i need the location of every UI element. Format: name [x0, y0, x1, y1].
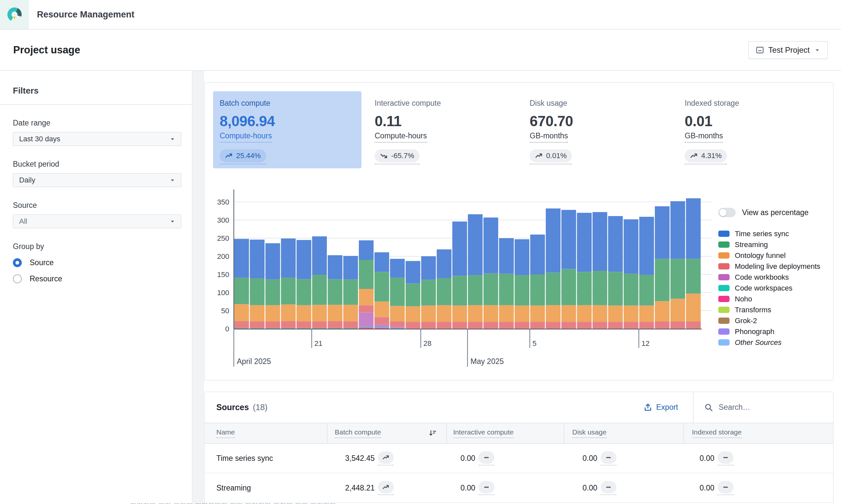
column-header-name[interactable]: Name	[205, 423, 327, 443]
filters-divider	[0, 104, 192, 105]
column-header-indexed-storage[interactable]: Indexed storage	[684, 423, 831, 443]
bar-segment	[593, 305, 607, 322]
legend-item-noho[interactable]: Noho	[718, 293, 827, 304]
legend-item-other-sources[interactable]: Other Sources	[718, 337, 827, 348]
bar-segment	[343, 256, 358, 280]
summary-card-disk-usage[interactable]: Disk usage670.70GB-months0.01%	[523, 91, 671, 168]
project-selector-label: Test Project	[769, 46, 810, 55]
bar-segment	[670, 259, 685, 299]
toggle-switch[interactable]	[718, 208, 736, 217]
bar-segment	[421, 256, 436, 280]
sources-panel: Sources (18) Export	[205, 392, 834, 504]
bar-segment	[515, 239, 529, 275]
search-input[interactable]	[719, 403, 818, 412]
date-range-label: Date range	[13, 119, 182, 127]
bucket-period-select[interactable]: Daily	[13, 173, 182, 187]
bar-segment	[530, 235, 545, 274]
summary-card-indexed-storage[interactable]: Indexed storage0.01GB-months4.31%	[678, 91, 826, 168]
legend-item-transforms[interactable]: Transforms	[718, 304, 827, 315]
bar-segment	[421, 306, 436, 322]
bar-segment	[577, 272, 592, 305]
bar-segment	[250, 278, 264, 305]
bar-segment	[374, 272, 389, 301]
bar-segment	[390, 328, 405, 329]
cell-value: 2,448.21	[327, 484, 375, 492]
sort-desc-indicator[interactable]	[428, 429, 437, 437]
table-row-streaming[interactable]: Streaming2,448.210.000.000.00	[205, 473, 833, 503]
column-header-interactive-compute[interactable]: Interactive compute	[447, 423, 564, 443]
bar-segment	[608, 306, 623, 322]
bar-segment	[577, 213, 592, 272]
x-axis-tick-label: 21	[314, 339, 322, 347]
cell-value: 0.00	[684, 484, 714, 492]
legend-label: Grok-2	[735, 317, 757, 325]
bar-segment	[515, 306, 529, 322]
card-change-value: 4.31%	[701, 151, 722, 160]
trending-up-icon	[225, 152, 233, 160]
bar-segment	[234, 278, 249, 304]
legend-item-time-series-sync[interactable]: Time series sync	[718, 228, 827, 239]
view-as-percentage-toggle[interactable]: View as percentage	[718, 208, 827, 217]
sources-count: (18)	[253, 402, 268, 412]
bar-segment	[499, 238, 514, 274]
bar-segment	[483, 322, 498, 329]
card-value: 0.01	[685, 113, 820, 129]
x-axis-tick-label: 28	[424, 339, 431, 347]
column-header-label: Name	[216, 428, 235, 438]
bar-segment	[499, 305, 514, 322]
sidebar-resize-gutter[interactable]	[192, 71, 204, 504]
legend-label: Modeling live deployments	[735, 262, 820, 271]
bar-segment	[359, 305, 374, 312]
group-by-radio-source[interactable]: Source	[13, 258, 182, 267]
bar-segment	[515, 322, 529, 329]
app-logo[interactable]	[0, 0, 29, 29]
bar-segment	[639, 217, 654, 275]
bar-segment	[686, 198, 701, 259]
page-header: Project usage Test Project	[0, 30, 841, 71]
card-label: Indexed storage	[685, 99, 820, 108]
bucket-period-value: Daily	[19, 176, 35, 184]
table-row-time-series-sync[interactable]: Time series sync3,542.450.000.000.00	[205, 444, 833, 473]
bar-segment	[343, 280, 358, 305]
legend-item-modeling-live-deployments[interactable]: Modeling live deployments	[718, 261, 827, 272]
export-button[interactable]: Export	[643, 403, 678, 412]
legend-item-code-workbooks[interactable]: Code workbooks	[718, 272, 827, 283]
legend-item-code-workspaces[interactable]: Code workspaces	[718, 283, 827, 293]
project-selector-button[interactable]: Test Project	[748, 41, 828, 59]
bar-segment	[421, 322, 436, 329]
legend-item-phonograph[interactable]: Phonograph	[718, 326, 827, 337]
bar-segment	[608, 272, 623, 305]
bar-segment	[390, 327, 405, 328]
bar-segment	[686, 259, 701, 294]
card-change-value: 0.01%	[546, 151, 567, 160]
bar-segment	[499, 322, 514, 329]
bar-segment	[686, 293, 701, 322]
bar-segment	[452, 276, 467, 305]
column-header-batch-compute[interactable]: Batch compute	[327, 423, 447, 443]
legend-item-streaming[interactable]: Streaming	[718, 239, 827, 250]
legend-label: Time series sync	[735, 230, 789, 238]
source-select[interactable]: All	[13, 214, 182, 228]
caret-down-icon	[169, 136, 176, 142]
column-header-disk-usage[interactable]: Disk usage	[564, 423, 684, 443]
cell-value: 0.00	[564, 454, 597, 463]
legend-item-ontology-funnel[interactable]: Ontology funnel	[718, 250, 827, 261]
bar-segment	[639, 306, 654, 322]
group-by-radio-resource[interactable]: Resource	[13, 274, 182, 283]
column-header-label: Indexed storage	[692, 428, 742, 438]
date-range-select[interactable]: Last 30 days	[13, 132, 182, 146]
bar-segment	[296, 279, 311, 305]
legend-label: Other Sources	[735, 338, 782, 347]
summary-card-batch-compute[interactable]: Batch compute8,096.94Compute-hours25.44%	[213, 91, 361, 168]
source-filter-label: Source	[13, 201, 182, 210]
bar-segment	[686, 322, 701, 329]
legend-label: Code workspaces	[735, 284, 792, 292]
summary-card-interactive-compute[interactable]: Interactive compute0.11Compute-hours-65.…	[368, 91, 516, 168]
bar-segment	[546, 322, 561, 329]
bar-segment	[359, 289, 374, 305]
y-axis-tick-label: 150	[217, 270, 229, 279]
legend-item-grok-2[interactable]: Grok-2	[718, 315, 827, 326]
legend-label: Code workbooks	[735, 273, 789, 282]
bar-segment	[296, 240, 311, 280]
bar-segment	[343, 322, 358, 328]
